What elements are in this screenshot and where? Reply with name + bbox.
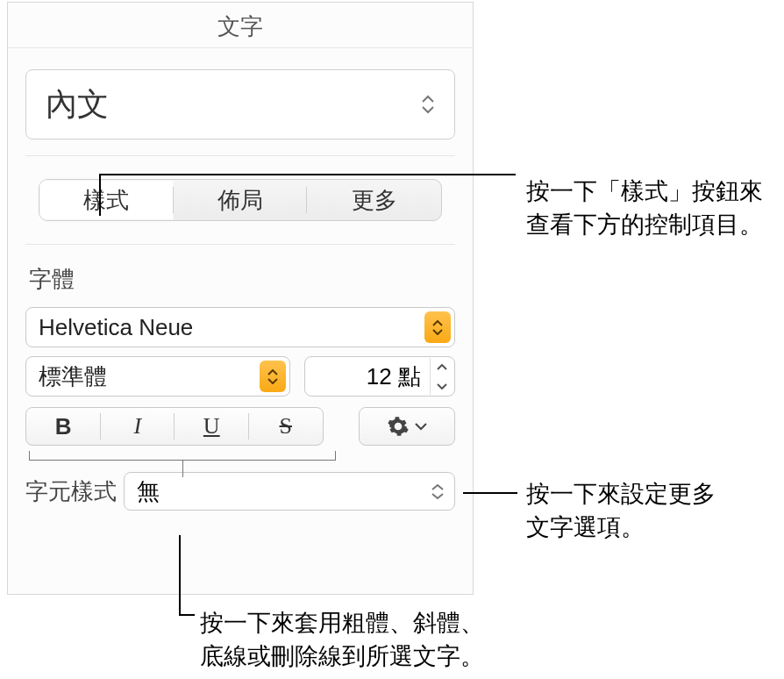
font-weight-select[interactable]: 標準體 (25, 356, 290, 397)
bold-icon: B (55, 413, 72, 440)
strikethrough-button[interactable]: S (249, 408, 324, 445)
font-section-label: 字體 (29, 264, 452, 295)
paragraph-style-value: 內文 (46, 83, 109, 126)
gear-icon (387, 415, 410, 438)
callout-gear: 按一下來設定更多 文字選項。 (526, 478, 716, 545)
tab-layout[interactable]: 佈局 (174, 180, 308, 220)
underline-button[interactable]: U (175, 408, 249, 445)
italic-button[interactable]: I (101, 408, 175, 445)
paragraph-style-select[interactable]: 內文 (25, 69, 455, 139)
stepper-down-icon[interactable] (431, 376, 453, 395)
tab-style[interactable]: 樣式 (39, 180, 174, 220)
advanced-options-button[interactable] (359, 407, 455, 446)
font-family-value: Helvetica Neue (39, 314, 193, 341)
chevron-updown-icon (421, 95, 435, 114)
font-size-stepper[interactable] (430, 358, 453, 395)
leader-line (179, 535, 181, 614)
strikethrough-icon: S (280, 413, 292, 440)
font-size-value: 12 點 (367, 361, 430, 392)
char-style-label: 字元樣式 (25, 476, 117, 507)
callout-style-tab: 按一下「樣式」按鈕來 查看下方的控制項目。 (526, 175, 763, 242)
dropdown-arrows-icon (424, 311, 451, 343)
divider (25, 155, 455, 156)
leader-line (179, 614, 195, 616)
dropdown-arrows-icon (260, 361, 286, 392)
panel-title: 文字 (8, 3, 473, 48)
stepper-up-icon[interactable] (431, 358, 453, 376)
leader-line (99, 174, 101, 216)
decorative-bracket (29, 451, 336, 463)
leader-line (99, 174, 516, 175)
font-size-field[interactable]: 12 點 (304, 356, 455, 397)
callout-bius: 按一下來套用粗體、斜體、 底線或刪除線到所選文字。 (200, 607, 484, 674)
text-style-group: B I U S (25, 407, 324, 446)
font-weight-value: 標準體 (39, 361, 107, 392)
char-style-select[interactable]: 無 (124, 472, 455, 511)
underline-icon: U (203, 413, 220, 440)
chevron-down-icon (415, 422, 427, 431)
char-style-value: 無 (137, 476, 160, 507)
leader-line (463, 492, 517, 494)
font-family-select[interactable]: Helvetica Neue (25, 307, 455, 347)
bold-button[interactable]: B (26, 408, 101, 445)
tab-more[interactable]: 更多 (307, 180, 441, 220)
italic-icon: I (133, 413, 141, 440)
text-inspector-panel: 文字 內文 樣式 佈局 更多 字體 Helvetica Neue 標準體 (7, 2, 474, 595)
divider (25, 244, 455, 245)
chevron-updown-icon (431, 484, 444, 499)
